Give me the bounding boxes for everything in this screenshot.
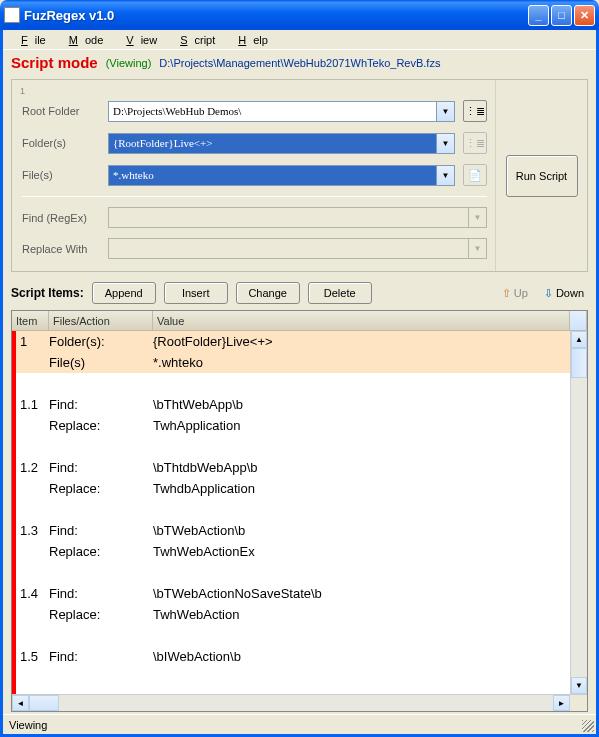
delete-button[interactable]: Delete <box>308 282 372 304</box>
table-row[interactable] <box>16 625 587 646</box>
cell-item: 1.2 <box>16 460 49 475</box>
group-number: 1 <box>20 86 25 96</box>
change-button[interactable]: Change <box>236 282 300 304</box>
app-icon <box>4 7 20 23</box>
titlebar[interactable]: FuzRegex v1.0 _ □ ✕ <box>0 0 599 30</box>
selection-strip <box>12 331 16 694</box>
status-text: Viewing <box>9 719 47 731</box>
table-row[interactable]: File(s)*.whteko <box>16 352 587 373</box>
cell-action: Find: <box>49 397 153 412</box>
insert-button[interactable]: Insert <box>164 282 228 304</box>
vertical-scrollbar[interactable]: ▲ ▼ <box>570 331 587 694</box>
root-folder-dropdown-icon[interactable] <box>437 101 455 122</box>
col-value[interactable]: Value <box>153 311 570 330</box>
table-row[interactable]: 1.2Find:\bThtdbWebApp\b <box>16 457 587 478</box>
files-dropdown-icon[interactable] <box>437 165 455 186</box>
menu-file[interactable]: File <box>7 32 53 48</box>
table-row[interactable]: Replace:TwhdbApplication <box>16 478 587 499</box>
cell-item: 1.4 <box>16 586 49 601</box>
cell-value: \bThtdbWebApp\b <box>153 460 587 475</box>
browse-root-button[interactable]: ⋮≣ <box>463 100 487 122</box>
down-button[interactable]: ⇩Down <box>540 285 588 302</box>
scroll-left-icon[interactable]: ◄ <box>12 695 29 711</box>
script-path: D:\Projects\Management\WebHub2071WhTeko_… <box>159 57 440 69</box>
table-row[interactable]: 1.5Find:\bIWebAction\b <box>16 646 587 667</box>
cell-action: Replace: <box>49 418 153 433</box>
up-button: ⇧Up <box>498 285 532 302</box>
find-input <box>108 207 469 228</box>
script-items-grid: Item Files/Action Value 1Folder(s):{Root… <box>11 310 588 712</box>
find-label: Find (RegEx) <box>22 212 108 224</box>
table-row[interactable] <box>16 562 587 583</box>
col-item[interactable]: Item <box>12 311 49 330</box>
mode-state: (Viewing) <box>106 57 152 69</box>
folders-dropdown-icon[interactable] <box>437 133 455 154</box>
menu-script[interactable]: Script <box>166 32 222 48</box>
cell-action: Find: <box>49 586 153 601</box>
hscroll-thumb[interactable] <box>29 695 59 711</box>
replace-input <box>108 238 469 259</box>
script-items-label: Script Items: <box>11 286 84 300</box>
cell-item: 1.5 <box>16 649 49 664</box>
table-row[interactable]: 1.1Find:\bThtWebApp\b <box>16 394 587 415</box>
table-row[interactable]: 1.4Find:\bTWebActionNoSaveState\b <box>16 583 587 604</box>
maximize-button[interactable]: □ <box>551 5 572 26</box>
scroll-corner <box>570 695 587 711</box>
items-toolbar: Script Items: Append Insert Change Delet… <box>3 278 596 310</box>
cell-action: File(s) <box>49 355 153 370</box>
minimize-button[interactable]: _ <box>528 5 549 26</box>
scroll-right-icon[interactable]: ► <box>553 695 570 711</box>
cell-item: 1.3 <box>16 523 49 538</box>
table-row[interactable]: Replace:TwhApplication <box>16 415 587 436</box>
cell-value: {RootFolder}Live<+> <box>153 334 587 349</box>
scroll-up-icon[interactable]: ▲ <box>571 331 587 348</box>
table-row[interactable] <box>16 499 587 520</box>
mode-bar: Script mode (Viewing) D:\Projects\Manage… <box>3 50 596 75</box>
cell-action: Find: <box>49 523 153 538</box>
browse-folders-button: ⋮≣ <box>463 132 487 154</box>
arrow-down-icon: ⇩ <box>544 287 553 300</box>
table-row[interactable] <box>16 373 587 394</box>
files-label: File(s) <box>22 169 108 181</box>
cell-action: Find: <box>49 460 153 475</box>
mode-title: Script mode <box>11 54 98 71</box>
menu-help[interactable]: Help <box>224 32 275 48</box>
form-panel: 1 Root Folder ⋮≣ Folder(s) ⋮≣ File(s) 📄 … <box>11 79 588 272</box>
scroll-down-icon[interactable]: ▼ <box>571 677 587 694</box>
arrow-up-icon: ⇧ <box>502 287 511 300</box>
table-row[interactable]: Replace:TwhWebAction <box>16 604 587 625</box>
table-row[interactable]: Replace:TwhWebActionEx <box>16 541 587 562</box>
folders-input[interactable] <box>108 133 437 154</box>
replace-label: Replace With <box>22 243 108 255</box>
replace-dropdown-icon <box>469 238 487 259</box>
horizontal-scrollbar[interactable]: ◄ ► <box>12 694 587 711</box>
cell-item: 1 <box>16 334 49 349</box>
window-title: FuzRegex v1.0 <box>24 8 528 23</box>
col-files-action[interactable]: Files/Action <box>49 311 153 330</box>
cell-action: Folder(s): <box>49 334 153 349</box>
table-row[interactable] <box>16 436 587 457</box>
cell-value: \bTWebActionNoSaveState\b <box>153 586 587 601</box>
scroll-thumb[interactable] <box>571 348 587 378</box>
cell-action: Replace: <box>49 607 153 622</box>
cell-value: \bTWebAction\b <box>153 523 587 538</box>
table-row[interactable]: 1Folder(s):{RootFolder}Live<+> <box>16 331 587 352</box>
cell-value: *.whteko <box>153 355 587 370</box>
root-folder-input[interactable] <box>108 101 437 122</box>
files-input[interactable] <box>108 165 437 186</box>
menu-view[interactable]: View <box>112 32 164 48</box>
cell-action: Replace: <box>49 481 153 496</box>
close-button[interactable]: ✕ <box>574 5 595 26</box>
run-script-button[interactable]: Run Script <box>506 155 578 197</box>
cell-value: TwhWebActionEx <box>153 544 587 559</box>
resize-grip-icon[interactable] <box>582 720 594 732</box>
cell-value: \bIWebAction\b <box>153 649 587 664</box>
append-button[interactable]: Append <box>92 282 156 304</box>
cell-action: Replace: <box>49 544 153 559</box>
table-row[interactable]: 1.3Find:\bTWebAction\b <box>16 520 587 541</box>
cell-action: Find: <box>49 649 153 664</box>
menu-mode[interactable]: Mode <box>55 32 111 48</box>
cell-item: 1.1 <box>16 397 49 412</box>
root-folder-label: Root Folder <box>22 105 108 117</box>
find-dropdown-icon <box>469 207 487 228</box>
